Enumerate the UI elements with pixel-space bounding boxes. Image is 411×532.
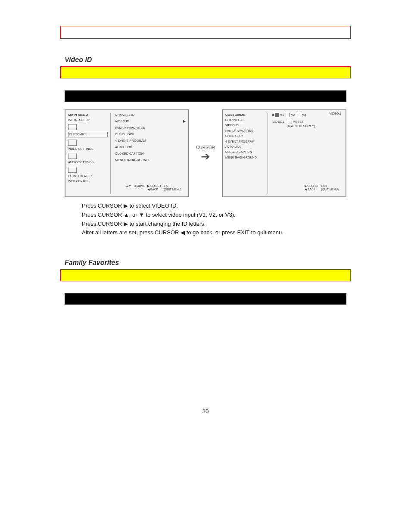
submenu-item: FAMILY FAVORITES [225, 129, 265, 133]
menu-item: INITIAL SET UP [68, 118, 108, 122]
note-icon [68, 167, 77, 173]
section-title-family-favorites: Family Favorites [65, 259, 381, 267]
customize-panel: VIDEO:1 CUSTOMIZE CHANNEL ID VIDEO ID FA… [222, 109, 346, 197]
submenu-item: VIDEO ID ▶ [115, 119, 186, 123]
submenu-item: CHILD LOCK [115, 132, 186, 136]
submenu-item: VIDEO ID [225, 124, 265, 127]
page-number: 30 [30, 408, 381, 414]
video-select-row: ▶ V1 V2 V3 [272, 113, 343, 117]
submenu-item: AUTO LINK [225, 145, 265, 149]
yellow-highlight-bar-1 [60, 66, 351, 78]
section-title-video-id: Video ID [65, 56, 381, 64]
diagram-row: MAIN MENU INITIAL SET UP CUSTOMIZE VIDEO… [65, 109, 346, 197]
instruction-block: Press CURSOR ▶ to select VIDEO ID. Press… [82, 202, 338, 237]
submenu-item: CLOSED CAPTION [115, 152, 186, 156]
video-reset-row: VIDEO1 RESET (ARE YOU SURE?) [272, 120, 343, 128]
menu-item-selected: CUSTOMIZE [68, 132, 108, 137]
red-outline-box [60, 26, 351, 39]
instruction-line: Press CURSOR ▶ to select VIDEO ID. [82, 202, 338, 211]
menu-item: HOME THEATER [68, 174, 108, 178]
cursor-label: CURSOR [196, 145, 215, 150]
submenu-item: CLOSED CAPTION [225, 150, 265, 154]
submenu-item: MENU BACKGROUND [115, 158, 186, 162]
submenu-item: 4 EVENT PROGRAM [115, 139, 186, 143]
submenu-item: CHILD LOCK [225, 134, 265, 138]
black-heading-bar-1 [65, 90, 346, 102]
submenu-item: AUTO LINK [115, 145, 186, 149]
arrow-right-icon: ➔ [201, 151, 210, 162]
triangle-up-icon: ▲ [124, 212, 129, 218]
menu-item: VIDEO SETTINGS [68, 147, 108, 151]
submenu-item: MENU BACKGROUND [225, 156, 265, 159]
main-menu-header: MAIN MENU [68, 113, 108, 117]
menu-item: AUDIO SETTINGS [68, 161, 108, 164]
instruction-line: Press CURSOR ▶ to start changing the ID … [82, 220, 338, 229]
customize-header: CUSTOMIZE [225, 113, 265, 117]
submenu-item: 4 EVENT PROGRAM [225, 140, 265, 143]
black-heading-bar-2 [65, 293, 346, 305]
gear-icon [68, 140, 77, 146]
triangle-right-icon: ▶ [124, 221, 128, 227]
panel-footer: ▲▼ TO MOVE ▶ SELECT◀ BACK EXIT(QUIT MENU… [126, 184, 181, 191]
submenu-item: CHANNEL ID [225, 118, 265, 122]
picture-icon [68, 153, 77, 159]
instruction-line: Press CURSOR ▲, or ▼ to select video inp… [82, 211, 338, 220]
tv-icon [68, 124, 77, 130]
yellow-highlight-bar-2 [60, 269, 351, 281]
instruction-line: After all letters are set, press CURSOR … [82, 228, 338, 237]
panel-footer: ▶ SELECT◀ BACK EXIT(QUIT MENU) [305, 184, 339, 191]
triangle-left-icon: ◀ [181, 229, 185, 236]
submenu-item: CHANNEL ID [115, 113, 186, 117]
menu-item: INFO CENTER [68, 180, 108, 183]
triangle-down-icon: ▼ [139, 212, 144, 218]
cursor-arrow-graphic: CURSOR ➔ [193, 145, 218, 162]
main-menu-panel: MAIN MENU INITIAL SET UP CUSTOMIZE VIDEO… [65, 109, 189, 197]
triangle-right-icon: ▶ [124, 202, 128, 209]
submenu-item: FAMILY FAVORITES [115, 126, 186, 130]
